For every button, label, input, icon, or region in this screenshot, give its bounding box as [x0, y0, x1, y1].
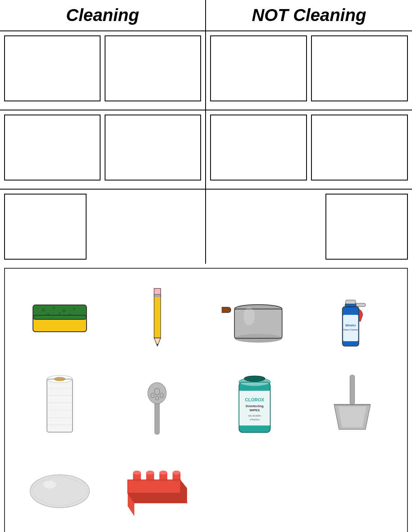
svg-point-5 [73, 308, 75, 310]
pillow-item[interactable] [13, 450, 107, 532]
svg-rect-11 [154, 292, 161, 338]
header: Cleaning NOT Cleaning [0, 0, 412, 31]
svg-point-80 [173, 471, 180, 475]
not-cleaning-cell-1-2[interactable] [311, 35, 408, 101]
items-tray: Windex Glass Cleaner [4, 268, 408, 532]
sponge-item[interactable] [13, 277, 107, 359]
cleaning-row3 [0, 190, 206, 264]
cleaning-cell-3-1[interactable] [4, 194, 87, 260]
svg-point-71 [133, 471, 141, 475]
grid-row-1 [0, 31, 412, 110]
svg-point-57 [244, 376, 265, 381]
cleaning-column-header: Cleaning [0, 0, 206, 30]
svg-rect-13 [154, 294, 161, 297]
svg-text:Disinfecting: Disinfecting [246, 404, 264, 408]
svg-point-3 [52, 307, 55, 309]
svg-rect-67 [128, 480, 180, 493]
svg-point-24 [244, 307, 255, 325]
svg-text:Glass Cleaner: Glass Cleaner [343, 328, 358, 331]
svg-rect-19 [222, 307, 231, 312]
svg-text:WIPES: WIPES [250, 408, 260, 412]
svg-point-7 [59, 312, 61, 314]
paper-towel-item[interactable] [13, 363, 107, 446]
svg-rect-59 [350, 375, 354, 405]
not-cleaning-column-header: NOT Cleaning [206, 0, 412, 30]
cleaning-cell-1-1[interactable] [4, 35, 101, 101]
cleaning-cell-2-2[interactable] [105, 115, 201, 180]
not-cleaning-cell-1-1[interactable] [210, 35, 307, 101]
clorox-wipes-item[interactable]: CLOROX Disinfecting WIPES Kills 99.999% … [208, 363, 302, 446]
svg-point-77 [159, 471, 167, 475]
not-cleaning-cell-3-1[interactable] [325, 194, 408, 260]
svg-text:CLOROX: CLOROX [245, 397, 265, 402]
slotted-spoon-item[interactable] [111, 363, 204, 446]
grid-row-3 [0, 190, 412, 264]
cleaning-row1 [0, 31, 206, 110]
svg-point-44 [148, 382, 166, 403]
cleaning-row2 [0, 110, 206, 189]
not-cleaning-row2-cells [210, 115, 408, 180]
not-cleaning-row2 [206, 110, 412, 189]
svg-text:of Bacteria: of Bacteria [250, 418, 260, 421]
not-cleaning-row3 [206, 190, 412, 264]
svg-rect-33 [47, 379, 73, 432]
not-cleaning-row1-cells [210, 35, 408, 101]
cleaning-row1-cells [4, 35, 201, 101]
cleaning-row2-cells [4, 115, 201, 180]
lego-item[interactable] [111, 450, 204, 532]
pencil-item[interactable] [111, 277, 204, 359]
svg-point-63 [30, 475, 89, 508]
cleaning-label: Cleaning [66, 5, 139, 25]
svg-rect-12 [154, 288, 161, 294]
not-cleaning-row1 [206, 31, 412, 110]
svg-text:Windex: Windex [345, 323, 356, 327]
pot-item[interactable] [208, 277, 302, 359]
svg-point-64 [43, 480, 56, 488]
windex-item[interactable]: Windex Glass Cleaner [306, 277, 399, 359]
svg-marker-62 [338, 406, 366, 427]
cleaning-cell-1-2[interactable] [105, 35, 201, 101]
svg-point-74 [146, 471, 154, 475]
svg-marker-65 [128, 493, 187, 503]
not-cleaning-cell-2-1[interactable] [210, 115, 307, 180]
svg-rect-31 [346, 300, 356, 304]
svg-text:Kills 99.999%: Kills 99.999% [248, 415, 261, 417]
svg-point-4 [62, 309, 66, 312]
dustpan-item[interactable] [306, 363, 399, 446]
svg-point-2 [42, 308, 45, 312]
not-cleaning-cell-2-2[interactable] [311, 115, 408, 180]
not-cleaning-label: NOT Cleaning [252, 5, 366, 25]
grid-row-2 [0, 110, 412, 190]
cleaning-cell-2-1[interactable] [4, 115, 101, 180]
